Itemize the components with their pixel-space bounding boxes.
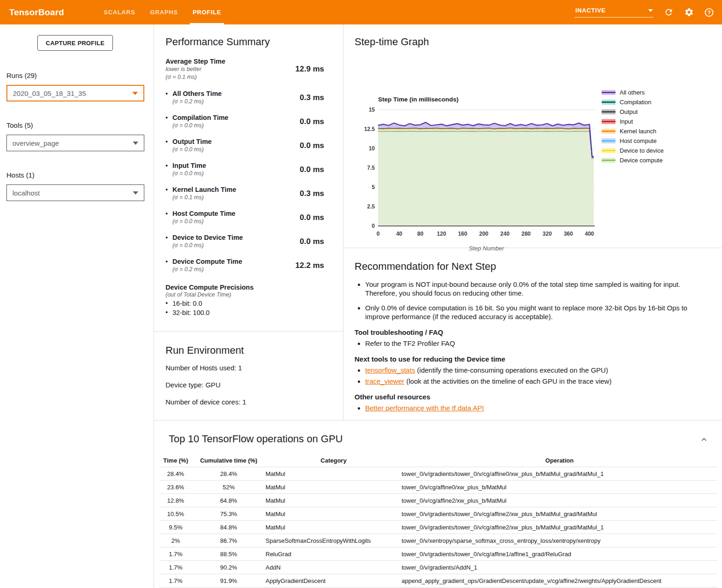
recommendation-bullets: Your program is NOT input-bound because … [355, 280, 704, 321]
metric-row: •All Others Time(σ = 0.2 ms)0.3 ms [166, 89, 324, 106]
recommendation-title: Recommendation for Next Step [355, 261, 704, 273]
legend-item[interactable]: Output [602, 107, 663, 117]
table-header-row: Time (%)Cumulative time (%)CategoryOpera… [160, 454, 717, 467]
legend-item[interactable]: Input [602, 117, 663, 126]
table-row[interactable]: 1.7%88.5%ReluGradtower_0/v/gradients/tow… [160, 547, 717, 561]
y-tick-label: 12.5 [364, 126, 375, 132]
metric-label: Host Compute Time [172, 209, 236, 218]
table-row[interactable]: 12.8%64.8%MatMultower_0/v/cg/affine2/xw_… [160, 494, 717, 507]
runs-dropdown[interactable]: 2020_03_05_18_31_35 [6, 85, 144, 101]
precision-item: •16-bit: 0.0 [166, 299, 324, 308]
recommendation-bullet: Only 0.0% of device computation is 16 bi… [365, 303, 704, 321]
legend-item[interactable]: Host compute [602, 136, 663, 146]
resource-link[interactable]: Better performance with the tf.data API [365, 404, 484, 412]
chevron-down-icon [133, 142, 138, 145]
tab-scalars[interactable]: SCALARS [96, 0, 142, 24]
chevron-down-icon [133, 191, 138, 195]
table-cell: 10.5% [160, 511, 192, 517]
legend-swatch [602, 129, 615, 134]
status-dropdown[interactable]: INACTIVE [574, 7, 654, 18]
precisions-note: (out of Total Device Time) [166, 291, 324, 299]
x-tick-label: 120 [437, 231, 446, 237]
help-icon[interactable]: ? [704, 7, 715, 18]
y-tick-label: 2.5 [367, 203, 375, 210]
table-row[interactable]: 1.7%90.2%AddNtower_0/v/gradients/AddN_1 [160, 561, 717, 574]
chart-legend: All othersCompilationOutputInputKernel l… [602, 88, 663, 165]
section-item: Refer to the TF2 Profiler FAQ [365, 339, 704, 348]
table-cell: 23.6% [160, 484, 192, 491]
item-text: (look at the activities on the timeline … [404, 377, 611, 385]
legend-label: All others [620, 89, 645, 96]
metric-row: •Compilation Time(σ = 0.0 ms)0.0 ms [166, 113, 324, 130]
section-item: tensorflow_stats (identify the time-cons… [365, 366, 704, 374]
legend-item[interactable]: Compilation [602, 97, 663, 107]
resource-link[interactable]: trace_viewer [365, 377, 404, 385]
collapse-chevron-up-icon[interactable] [699, 434, 709, 445]
metric-sigma: (σ = 0.1 ms) [172, 194, 236, 202]
appbar-right: INACTIVE ? [574, 7, 715, 18]
table-row[interactable]: 9.5%84.8%MatMultower_0/v/gradients/tower… [160, 521, 717, 534]
legend-swatch [602, 119, 615, 124]
x-tick-label: 40 [396, 231, 402, 237]
table-cell: MatMul [266, 497, 402, 504]
legend-item[interactable]: All others [602, 88, 663, 97]
capture-profile-button[interactable]: CAPTURE PROFILE [37, 35, 113, 51]
table-cell: 84.8% [192, 524, 266, 531]
tab-profile[interactable]: PROFILE [185, 0, 229, 24]
env-line: Device type: GPU [166, 381, 332, 389]
legend-line [602, 160, 615, 161]
top-ops-title: Top 10 TensorFlow operations on GPU [169, 433, 343, 445]
table-row[interactable]: 28.4%28.4%MatMultower_0/v/gradients/towe… [160, 467, 717, 481]
metric-row: •Host Compute Time(σ = 0.0 ms)0.0 ms [166, 209, 324, 226]
table-row[interactable]: 23.6%52%MatMultower_0/v/cg/affine0/xw_pl… [160, 481, 717, 494]
table-cell: 1.7% [160, 577, 192, 584]
metric-note: lower is better [166, 65, 225, 73]
tools-dropdown[interactable]: overview_page [6, 135, 144, 151]
recommendation-card: Recommendation for Next Step Your progra… [343, 248, 722, 415]
legend-label: Kernel launch [620, 128, 657, 135]
refresh-icon[interactable] [663, 7, 674, 18]
section-heading: Other useful resources [355, 393, 704, 401]
hosts-dropdown[interactable]: localhost [6, 184, 144, 201]
chart-title: Step Time (in milliseconds) [378, 96, 459, 103]
metric-value: 0.0 ms [300, 213, 324, 222]
step-time-chart[interactable]: 02.557.51012.515040801201602002402803203… [355, 91, 599, 257]
legend-line [602, 101, 615, 103]
run-environment-card: Run Environment Number of Hosts used: 1 … [154, 332, 343, 415]
tab-graphs[interactable]: GRAPHS [142, 0, 185, 24]
metric-value: 0.0 ms [300, 141, 324, 150]
table-row[interactable]: 10.5%75.3%MatMultower_0/v/gradients/towe… [160, 507, 717, 521]
bullet: • [166, 89, 172, 106]
legend-swatch [602, 90, 615, 95]
metric-label: Device to Device Time [172, 233, 243, 242]
table-cell: AddN [266, 564, 402, 571]
settings-gear-icon[interactable] [683, 7, 694, 18]
section-items: tensorflow_stats (identify the time-cons… [355, 366, 704, 386]
legend-swatch [602, 158, 615, 163]
table-row[interactable]: 1.7%91.9%ApplyGradientDescentappend_appl… [160, 574, 717, 588]
runs-dropdown-value: 2020_03_05_18_31_35 [13, 89, 86, 97]
average-step-time-row: Average Step Time lower is better (σ = 0… [166, 57, 324, 81]
section-items: Refer to the TF2 Profiler FAQ [355, 339, 704, 348]
legend-item[interactable]: Device to device [602, 146, 663, 155]
metric-label: Compilation Time [172, 113, 228, 122]
section-item: trace_viewer (look at the activities on … [365, 377, 704, 386]
recommendation-section: Next tools to use for reducing the Devic… [355, 355, 704, 386]
top-ops-table: Time (%)Cumulative time (%)CategoryOpera… [160, 454, 717, 588]
table-cell: tower_0/v/gradients/tower_0/v/cg/affine0… [402, 470, 717, 477]
top-ops-card: Top 10 TensorFlow operations on GPU Time… [154, 421, 722, 588]
metric-sigma: (σ = 0.2 ms) [172, 98, 222, 106]
table-cell: SparseSoftmaxCrossEntropyWithLogits [266, 537, 402, 544]
tools-dropdown-value: overview_page [12, 139, 59, 147]
hosts-dropdown-value: localhost [12, 189, 40, 197]
legend-item[interactable]: Device compute [602, 155, 663, 165]
legend-item[interactable]: Kernel launch [602, 126, 663, 136]
legend-label: Device to device [620, 147, 663, 154]
table-row[interactable]: 2%86.7%SparseSoftmaxCrossEntropyWithLogi… [160, 534, 717, 547]
metric-sigma: (σ = 0.0 ms) [172, 170, 206, 178]
table-cell: 64.8% [192, 497, 266, 504]
legend-line [602, 121, 615, 122]
x-tick-label: 80 [417, 231, 424, 237]
resource-link[interactable]: tensorflow_stats [365, 366, 415, 374]
table-cell: 12.8% [160, 497, 192, 504]
